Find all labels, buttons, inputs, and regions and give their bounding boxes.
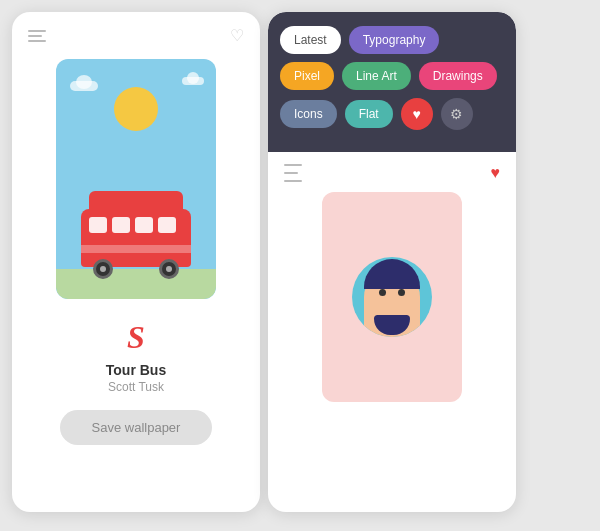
left-phone: ♡ — [12, 12, 260, 512]
hamburger-icon[interactable] — [28, 30, 46, 42]
sun-decoration — [114, 87, 158, 131]
avatar-illustration — [352, 257, 432, 337]
filter-settings-button[interactable]: ⚙ — [441, 98, 473, 130]
save-wallpaper-button[interactable]: Save wallpaper — [60, 410, 213, 445]
content-area-right: ♥ — [268, 152, 516, 512]
favorite-icon[interactable]: ♡ — [230, 26, 244, 45]
bus-wheel-right — [159, 259, 179, 279]
filter-panel: Latest Typography Pixel Line Art Drawing… — [268, 12, 516, 152]
filter-favorites-button[interactable]: ♥ — [401, 98, 433, 130]
filter-drawings[interactable]: Drawings — [419, 62, 497, 90]
favorite-icon-right[interactable]: ♥ — [491, 164, 501, 182]
filter-line-art[interactable]: Line Art — [342, 62, 411, 90]
right-phone: Latest Typography Pixel Line Art Drawing… — [268, 12, 516, 512]
filter-icons[interactable]: Icons — [280, 100, 337, 128]
wallpaper-author: Scott Tusk — [108, 380, 164, 394]
filter-flat[interactable]: Flat — [345, 100, 393, 128]
avatar-eye-left — [379, 289, 386, 296]
bus-top — [89, 191, 183, 213]
filter-row-2: Pixel Line Art Drawings — [280, 62, 504, 90]
filter-row-3: Icons Flat ♥ ⚙ — [280, 98, 504, 130]
app-container: ♡ — [0, 0, 600, 531]
bus-wheel-left — [93, 259, 113, 279]
avatar-face — [364, 269, 420, 337]
bus-body — [81, 209, 191, 267]
wallpaper-preview-left — [56, 59, 216, 299]
bus-windows — [89, 217, 176, 233]
content-top-bar: ♥ — [284, 164, 500, 182]
app-logo: S — [127, 319, 145, 356]
filter-typography[interactable]: Typography — [349, 26, 440, 54]
cloud-decoration-2 — [182, 77, 204, 85]
cloud-decoration — [70, 81, 98, 91]
filter-row-1: Latest Typography — [280, 26, 504, 54]
bus-scene — [56, 59, 216, 299]
avatar-hair — [364, 259, 420, 289]
filter-pixel[interactable]: Pixel — [280, 62, 334, 90]
top-bar-left: ♡ — [12, 12, 260, 55]
filter-latest[interactable]: Latest — [280, 26, 341, 54]
avatar-eye-right — [398, 289, 405, 296]
avatar-eyes — [379, 289, 405, 296]
ground-decoration — [56, 269, 216, 299]
bus-stripe — [81, 245, 191, 253]
hamburger-icon-right[interactable] — [284, 164, 302, 182]
wallpaper-preview-right — [322, 192, 462, 402]
wallpaper-title: Tour Bus — [106, 362, 166, 378]
avatar-beard — [374, 315, 410, 335]
